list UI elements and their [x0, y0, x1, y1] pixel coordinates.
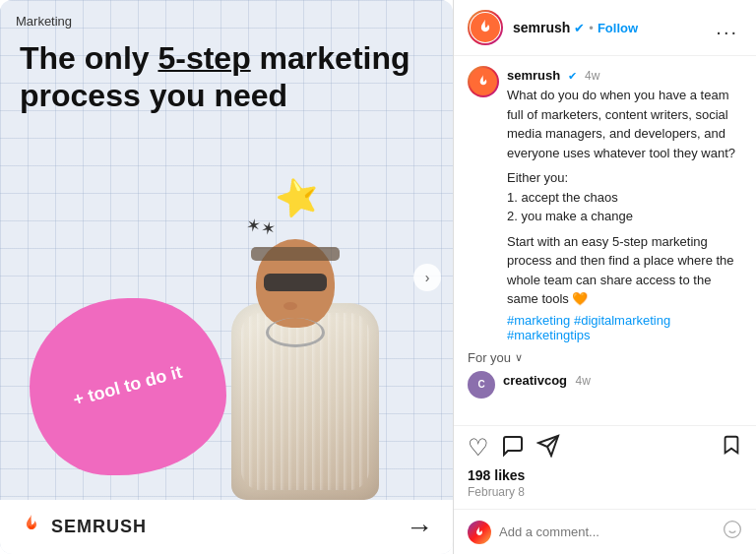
avatar-icon: [471, 13, 500, 42]
post-date: February 8: [468, 485, 742, 499]
reply-time: 4w: [576, 374, 591, 388]
post-body-line3: Start with an easy 5-step marketing proc…: [507, 232, 742, 309]
username-row: semrush ✔ • Follow: [513, 20, 702, 35]
person-image: [212, 234, 399, 500]
pink-blob-text: + tool to do it: [71, 361, 185, 412]
account-avatar[interactable]: [468, 10, 503, 45]
comment-input-field[interactable]: [499, 524, 715, 539]
comment-button[interactable]: [501, 434, 525, 462]
headline-text-1: The only: [20, 40, 158, 76]
post-author-avatar-inner: [470, 68, 497, 95]
post-content-area: semrush ✔ 4w What do you do when you hav…: [454, 56, 756, 425]
next-slide-button[interactable]: ›: [413, 264, 441, 291]
more-options-button[interactable]: ...: [712, 17, 742, 39]
semrush-logo: SEMRUSH: [20, 513, 147, 542]
post-bottom-bar: SEMRUSH →: [0, 500, 453, 554]
marketing-label: Marketing: [16, 14, 72, 29]
headline-highlight: 5-step: [158, 40, 250, 76]
post-actions-bar: ♡ 198 likes February 8: [454, 425, 756, 509]
person-head: [256, 239, 335, 328]
like-button[interactable]: ♡: [468, 436, 489, 460]
post-header: semrush ✔ • Follow ...: [454, 0, 756, 56]
forward-arrow-icon: →: [406, 512, 433, 543]
post-text-block: semrush ✔ 4w What do you do when you hav…: [507, 66, 742, 342]
bookmark-button[interactable]: [721, 434, 742, 462]
likes-count: 198 likes: [468, 467, 742, 483]
reply-avatar[interactable]: C: [468, 371, 495, 399]
semrush-flame-icon: [20, 513, 43, 542]
post-verified-badge: ✔: [568, 70, 577, 82]
for-you-label: For you: [468, 350, 511, 365]
post-username[interactable]: semrush: [507, 68, 560, 83]
avatar-inner: [470, 12, 501, 43]
semrush-logo-text: SEMRUSH: [51, 517, 147, 537]
for-you-section[interactable]: For you ∨: [468, 350, 742, 365]
post-image-panel: Marketing The only 5-step marketing proc…: [0, 0, 453, 554]
dot-separator: •: [589, 21, 594, 35]
post-author-avatar[interactable]: [468, 66, 499, 97]
post-time: 4w: [585, 69, 599, 83]
account-username[interactable]: semrush: [513, 20, 570, 35]
verified-badge: ✔: [574, 21, 585, 35]
commenter-avatar: [468, 521, 491, 544]
post-body-line2: Either you: 1. accept the chaos 2. you m…: [507, 168, 742, 226]
post-hashtags[interactable]: #marketing #digitalmarketing #marketingt…: [507, 313, 742, 342]
post-detail-panel: semrush ✔ • Follow ... semrush ✔ 4w Wha: [453, 0, 756, 554]
chevron-right-icon: ›: [425, 270, 430, 285]
follow-button[interactable]: Follow: [598, 21, 638, 35]
post-body-line1: What do you do when you have a team full…: [507, 86, 742, 162]
post-headline: The only 5-step marketing process you ne…: [20, 39, 433, 115]
comment-input-row: [454, 509, 756, 554]
header-account-info: semrush ✔ • Follow: [513, 20, 702, 35]
reply-content: creativcog 4w: [503, 371, 591, 389]
emoji-button[interactable]: [723, 520, 742, 544]
main-post-comment: semrush ✔ 4w What do you do when you hav…: [468, 66, 742, 342]
reply-username[interactable]: creativcog: [503, 373, 567, 388]
chevron-down-icon: ∨: [515, 351, 523, 364]
share-button[interactable]: [536, 434, 560, 462]
svg-point-2: [724, 522, 741, 538]
pink-blob: + tool to do it: [30, 298, 226, 475]
reply-comment: C creativcog 4w: [468, 371, 742, 399]
action-icons-row: ♡: [468, 434, 742, 462]
